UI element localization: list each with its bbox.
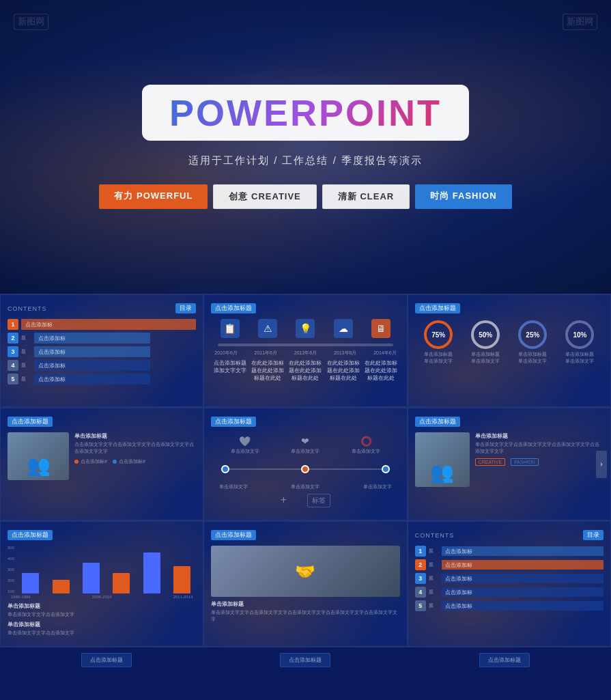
toc2-num-1: 1 [415, 546, 426, 557]
main-title: POWERPOINT [169, 92, 442, 134]
bottom-row: 点击添加标题 点击添加标题 点击添加标题 [0, 647, 611, 673]
tl-icon-1: 📋 [221, 319, 240, 338]
toc2-item-2: 2 题 点击添加标 [415, 559, 603, 570]
toc2-label: CONTENTS [415, 532, 455, 539]
node-1 [221, 465, 229, 473]
circle-10: 10% [565, 320, 594, 349]
bar-col-3 [77, 563, 105, 593]
timeline-bar [218, 344, 393, 346]
list-item: 2 题 点击添加标 [8, 333, 196, 344]
slide-timeline-icons[interactable]: 点击添加标题 📋 ⚠ 💡 ☁ 🖥 2010年6月 2011年6月 2012年6月… [203, 294, 407, 407]
toc2-bar-1: 点击添加标 [442, 546, 603, 556]
toc2-bar-3: 点击添加标 [442, 574, 603, 583]
node-2 [301, 465, 309, 473]
percent-50: 50% 单击添加标题 单击添加文字 [471, 320, 500, 367]
bottom-btn-2[interactable]: 点击添加标题 [280, 653, 330, 667]
toc2-bar-4: 点击添加标 [442, 587, 603, 597]
photo-1 [8, 432, 69, 480]
htimeline-container: 🤍 单击添加文字 ❤ 单击添加文字 ⭕ 单击添加文字 [211, 432, 399, 511]
slide-header-6: 点击添加标题 [415, 417, 603, 427]
tag-clear[interactable]: 清新 CLEAR [322, 184, 410, 209]
timeline-text-items: 点击添加标题添加文字文字 在此处添加标题在此处添加标题在此处 在此处添加标题在此… [211, 359, 399, 382]
slide-htimeline[interactable]: 点击添加标题 🤍 单击添加文字 ❤ 单击添加文字 ⭕ 单击添加文字 [203, 408, 407, 520]
subtitle: 适用于工作计划 / 工作总结 / 季度报告等演示 [188, 154, 423, 167]
htl-node-1: 🤍 单击添加文字 [226, 436, 264, 455]
list-item: 1 点击添加标 [8, 319, 196, 330]
bar-orange-2 [53, 580, 70, 593]
tag-fashion: FASHION [511, 458, 539, 466]
bar-orange-4 [113, 573, 130, 593]
tag-fashion[interactable]: 时尚 FASHION [415, 184, 511, 209]
slide-header-1: CONTENTS 目录 [8, 303, 196, 313]
slide-toc2[interactable]: CONTENTS 目录 1 题 点击添加标 2 题 点击添加标 3 题 点击添加… [408, 521, 611, 647]
htl-nodes [221, 465, 389, 473]
bar-col-4 [107, 573, 135, 593]
dot-item-2: 点击添加标# [113, 458, 145, 465]
toc2-item-4: 4 题 点击添加标 [415, 587, 603, 598]
bars-container [16, 546, 196, 593]
num-5: 5 [8, 374, 18, 384]
htl-node-3: ⭕ 单击添加文字 [347, 436, 385, 455]
title-box: POWERPOINT [142, 85, 469, 141]
tag-powerful[interactable]: 有力 POWERFUL [99, 184, 208, 209]
list-item: 3 题 点击添加标 [8, 346, 196, 357]
slide-contents-1[interactable]: CONTENTS 目录 1 点击添加标 2 题 点击添加标 3 题 点击添加标 [0, 294, 203, 407]
htl-line [221, 468, 389, 470]
cards-photo [415, 432, 470, 487]
text-block-1: 单击添加标题 点击添加文字文字点击添加文字文字点击添加文字文字点击添加文字文字 … [74, 432, 196, 480]
contents-label: CONTENTS [8, 305, 47, 312]
htl-text-items: 单击添加文字 单击添加文字 单击添加文字 [214, 484, 396, 490]
toc2-num-5: 5 [415, 600, 426, 611]
slide-photo-text[interactable]: 点击添加标题 单击添加标题 点击添加文字文字点击添加文字文字点击添加文字文字点击… [0, 408, 203, 520]
toc2-list: 1 题 点击添加标 2 题 点击添加标 3 题 点击添加标 4 题 点击 [415, 546, 603, 611]
tag-row: 有力 POWERFUL 创意 CREATIVE 清新 CLEAR 时尚 FASH… [99, 184, 511, 209]
pct-header: 点击添加标题 [415, 303, 460, 313]
chart-text: 单击添加标题 单击添加文字文字点击添加文字 单击添加标题 单击添加文字文字点击添… [8, 602, 196, 636]
toc2-num-2: 2 [415, 559, 426, 570]
slide-barchart[interactable]: 点击添加标题 500 400 300 200 100 [0, 521, 203, 647]
chart-header: 点击添加标题 [8, 530, 53, 540]
bottom-btn-1[interactable]: 点击添加标题 [81, 653, 132, 667]
slide-cards[interactable]: 点击添加标题 单击添加标题 单击添加文字文字点击添加文字文字点击添加文字文字点击… [408, 408, 611, 520]
toc2-bar-5: 点击添加标 [442, 601, 603, 611]
htl-plus-icon: + [281, 494, 287, 507]
bottom-btn-3[interactable]: 点击添加标题 [479, 653, 530, 667]
circle-25: 25% [518, 320, 547, 349]
node-3 [382, 465, 390, 473]
bar-blue-3 [83, 563, 100, 593]
tl-icon-5: 🖥 [371, 319, 390, 338]
card-tags: CREATIVE FASHION [475, 458, 603, 466]
list-item: 4 题 点击添加标 [8, 360, 196, 371]
tl-icon-4: ☁ [334, 319, 353, 338]
slide-percentages[interactable]: 点击添加标题 75% 单击添加标题 单击添加文字 50% 单击添加标题 单击添加… [408, 294, 611, 407]
text-body: 点击添加文字文字点击添加文字文字点击添加文字文字点击添加文字文字 [74, 441, 196, 455]
slides-grid: CONTENTS 目录 1 点击添加标 2 题 点击添加标 3 题 点击添加标 [0, 294, 611, 673]
chevron-button[interactable]: › [596, 451, 607, 478]
cards-photo-img [415, 432, 470, 487]
contents-badge: 目录 [175, 303, 196, 313]
toc2-num-3: 3 [415, 573, 426, 584]
card-title: 单击添加标题 [475, 432, 603, 440]
htl-header: 点击添加标题 [211, 417, 256, 427]
slide-header-5: 点击添加标题 [211, 417, 399, 427]
slide-header-2: 点击添加标题 [211, 303, 399, 313]
bar-5: 点击添加标 [34, 374, 150, 384]
num-2: 2 [8, 333, 18, 344]
bar-col-5 [138, 552, 166, 593]
slide-photo2[interactable]: 点击添加标题 🤝 单击添加标题 单击添加文字文字点击添加文字文字点击添加文字文字… [203, 521, 407, 647]
toc2-item-1: 1 题 点击添加标 [415, 546, 603, 557]
bar-col-2 [46, 580, 74, 593]
tag-creative: CREATIVE [475, 458, 506, 466]
cards-flex: 单击添加标题 单击添加文字文字点击添加文字文字点击添加文字文字点击添加文字文字 … [415, 432, 603, 487]
num-1: 1 [8, 319, 18, 330]
photo-header: 点击添加标题 [8, 417, 53, 427]
tag-creative[interactable]: 创意 CREATIVE [213, 184, 316, 209]
bar-group [16, 546, 196, 593]
slides-row-2: 点击添加标题 单击添加标题 点击添加文字文字点击添加文字文字点击添加文字文字点击… [0, 407, 611, 520]
list-item: 5 题 点击添加标 [8, 374, 196, 384]
cards-text: 单击添加标题 单击添加文字文字点击添加文字文字点击添加文字文字点击添加文字文字 … [475, 432, 603, 487]
percent-row: 75% 单击添加标题 单击添加文字 50% 单击添加标题 单击添加文字 25% … [415, 319, 603, 369]
tl-icon-2: ⚠ [258, 319, 277, 338]
percent-25: 25% 单击添加标题 单击添加文字 [518, 320, 547, 367]
slide-header-7: 点击添加标题 [8, 530, 196, 540]
